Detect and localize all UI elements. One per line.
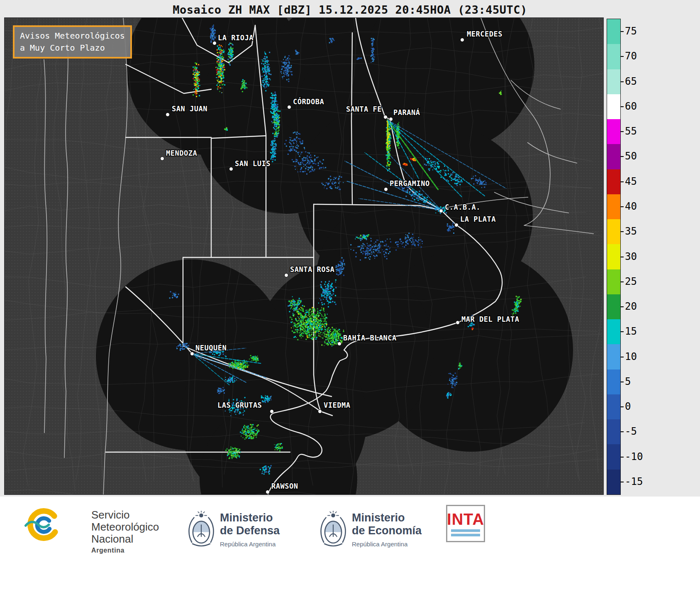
- colorbar-tick-label: -5: [625, 426, 637, 437]
- city-label: SANTA ROSA: [290, 265, 334, 274]
- colorbar-segment: [607, 344, 620, 369]
- colorbar-segment: [607, 319, 620, 344]
- colorbar-tick-label: 40: [625, 201, 637, 212]
- city-label: MAR DEL PLATA: [461, 315, 520, 323]
- colorbar-segment: [607, 94, 620, 119]
- city-dot: [455, 223, 459, 227]
- colorbar-tick-label: 25: [625, 276, 637, 287]
- colorbar-tick: [620, 482, 624, 482]
- colorbar-segment: [607, 470, 620, 494]
- colorbar-segment: [607, 244, 620, 269]
- city-dot: [439, 209, 443, 213]
- city-dot: [318, 410, 322, 413]
- colorbar-segment: [607, 19, 620, 44]
- city-dot: [166, 113, 170, 117]
- colorbar-segment: [607, 169, 620, 194]
- colorbar-tick: [620, 81, 624, 82]
- colorbar-tick-label: 45: [625, 176, 637, 187]
- colorbar-tick-label: -10: [625, 451, 643, 462]
- city-label: BAHÍA BLANCA: [343, 333, 397, 342]
- city-label: MERCEDES: [467, 30, 502, 38]
- colorbar-tick-label: 30: [625, 251, 637, 262]
- colorbar-segment: [607, 119, 620, 144]
- colorbar-tick-label: 15: [625, 325, 637, 337]
- city-label: C.A.B.A.: [445, 203, 480, 211]
- city-label: VIEDMA: [324, 401, 350, 409]
- colorbar-segment: [607, 369, 620, 394]
- colorbar-tick: [620, 181, 624, 182]
- colorbar-segment: [607, 69, 620, 94]
- smn-name-line: Meteorológico: [91, 521, 159, 533]
- city-dot: [288, 105, 291, 109]
- warning-badge-line2: a Muy Corto Plazo: [20, 42, 125, 54]
- ministry-title-line: de Defensa: [220, 524, 280, 537]
- city-label: LA RIOJA: [218, 34, 254, 42]
- colorbar-tick: [620, 431, 624, 432]
- ministry-title-line: Ministerio: [220, 511, 280, 524]
- colorbar-tick: [620, 56, 624, 57]
- ministry-defensa-block: Ministerio de Defensa República Argentin…: [187, 506, 311, 552]
- colorbar-segment: [607, 419, 620, 444]
- colorbar-segment: [607, 269, 620, 294]
- inta-wordmark: INTA: [447, 511, 484, 528]
- city-dot: [384, 115, 388, 119]
- colorbar-tick: [620, 156, 624, 157]
- colorbar-tick-label: 75: [625, 25, 637, 37]
- inta-stripes-icon: [451, 529, 480, 536]
- radar-coverage-circles: [96, 18, 573, 494]
- smn-name-line: Servicio: [91, 509, 159, 521]
- city-dot: [338, 342, 341, 346]
- colorbar-tick: [620, 231, 624, 232]
- radar-map: MERCEDESLA RIOJACÓRDOBASANTA FEPARANÁSAN…: [4, 17, 604, 495]
- ministry-subtitle: República Argentina: [220, 541, 280, 548]
- city-dot: [384, 188, 388, 191]
- colorbar-segment: [607, 444, 620, 469]
- city-label: SAN LUIS: [235, 159, 271, 168]
- colorbar-tick: [620, 457, 624, 458]
- city-dot: [213, 42, 217, 45]
- city-dot: [266, 490, 270, 494]
- colorbar-tick-label: 50: [625, 150, 637, 162]
- colorbar-tick-label: 60: [625, 100, 637, 112]
- colorbar-tick: [620, 331, 624, 332]
- colorbar-segment: [607, 294, 620, 319]
- colorbar-tick-label: 70: [625, 50, 637, 62]
- city-label: NEUQUÉN: [195, 343, 227, 352]
- coat-of-arms-icon: [187, 506, 216, 551]
- colorbar-tick: [620, 281, 624, 282]
- smn-name-line: Nacional: [91, 533, 159, 545]
- ministry-subtitle: República Argentina: [352, 541, 422, 548]
- city-label: SAN JUAN: [172, 105, 207, 113]
- ministry-title-line: Ministerio: [352, 511, 422, 524]
- colorbar-tick-label: 35: [625, 225, 637, 237]
- inta-logo: INTA: [446, 505, 485, 542]
- city-label: RAWSON: [271, 482, 298, 490]
- colorbar-tick-label: 5: [625, 376, 631, 387]
- city-dot: [161, 157, 164, 161]
- colorbar-labels: 757065605550454035302520151050-5-10-15: [625, 19, 662, 495]
- colorbar-tick: [620, 382, 624, 382]
- colorbar-tick-label: 0: [625, 401, 631, 412]
- radar-map-canvas: MERCEDESLA RIOJACÓRDOBASANTA FEPARANÁSAN…: [5, 18, 603, 494]
- warning-badge[interactable]: Avisos Meteorológicos a Muy Corto Plazo: [13, 25, 132, 59]
- colorbar-tick-label: 65: [625, 76, 637, 87]
- colorbar-tick: [620, 406, 624, 407]
- warning-badge-line1: Avisos Meteorológicos: [20, 30, 125, 42]
- colorbar-segment: [607, 44, 620, 69]
- radar-product-page: Mosaico ZH MAX [dBZ] 15.12.2025 20:45HOA…: [0, 0, 700, 597]
- colorbar-segment: [607, 144, 620, 169]
- city-label: PARANÁ: [393, 108, 420, 117]
- city-label: CÓRDOBA: [293, 97, 324, 106]
- city-label: PERGAMINO: [390, 179, 430, 188]
- city-dot: [190, 352, 194, 356]
- colorbar-tick: [620, 106, 624, 107]
- page-title: Mosaico ZH MAX [dBZ] 15.12.2025 20:45HOA…: [0, 3, 700, 16]
- colorbar-tick: [620, 306, 624, 307]
- city-dot: [461, 38, 464, 42]
- colorbar: [607, 19, 621, 495]
- ministry-economia-block: Ministerio de Economía República Argenti…: [319, 506, 443, 552]
- footer: Servicio Meteorológico Nacional Argentin…: [0, 497, 700, 597]
- city-dot: [229, 167, 233, 171]
- colorbar-tick: [620, 206, 624, 207]
- city-label: MENDOZA: [166, 149, 197, 157]
